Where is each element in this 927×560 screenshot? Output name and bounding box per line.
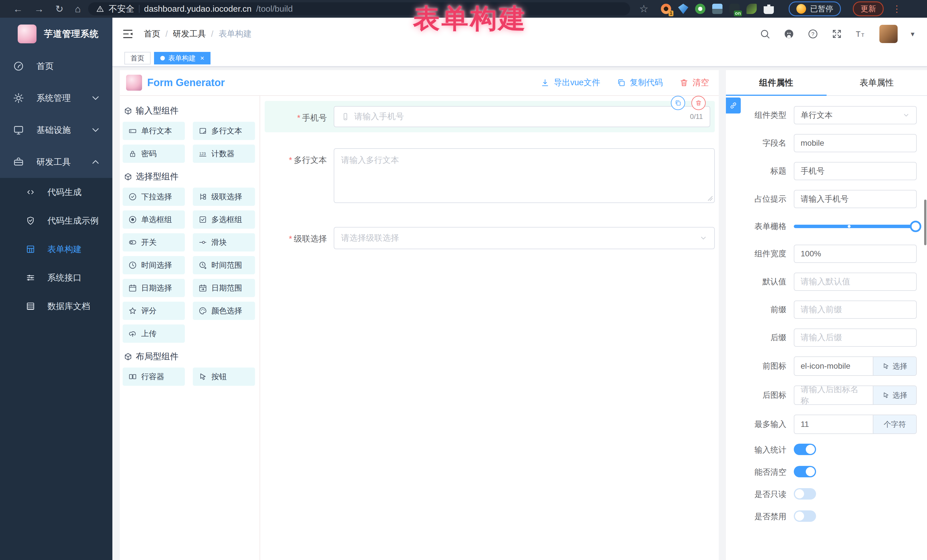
menu-icon xyxy=(13,124,24,135)
property-row: 后图标 请输入后图标名称 选择 xyxy=(726,385,917,405)
append-button[interactable]: 选择 xyxy=(873,386,916,404)
palette-component[interactable]: 开关 xyxy=(123,233,185,252)
component-icon xyxy=(199,238,207,247)
palette-component[interactable]: 行容器 xyxy=(123,367,185,386)
sidebar-menu-item[interactable]: 系统管理 xyxy=(0,82,112,114)
property-input[interactable]: 手机号 xyxy=(794,162,917,180)
form-canvas: *手机号 请输入手机号 0/11 *多行文本 xyxy=(260,96,719,560)
sidebar-menu-item[interactable]: 基础设施 xyxy=(0,114,112,146)
profile-paused-chip[interactable]: 已暂停 xyxy=(789,2,841,16)
extension-icon[interactable] xyxy=(695,4,705,14)
update-button[interactable]: 更新 xyxy=(853,2,884,16)
canvas-field-cascader[interactable]: *级联选择 请选择级联选择 xyxy=(265,227,715,249)
property-input[interactable]: 100% xyxy=(794,244,917,263)
forward-icon[interactable]: → xyxy=(34,4,44,14)
cascader-select[interactable]: 请选择级联选择 xyxy=(334,227,715,249)
property-input[interactable]: el-icon-mobile xyxy=(794,357,873,375)
extension-icon[interactable]: on xyxy=(729,4,740,14)
sidebar-menu-item[interactable]: 研发工具 xyxy=(0,146,112,178)
property-input[interactable]: 11 xyxy=(794,415,873,433)
palette-component[interactable]: 滑块 xyxy=(193,233,255,252)
canvas-field-textarea[interactable]: *多行文本 请输入多行文本 xyxy=(265,148,715,203)
duplicate-field-button[interactable] xyxy=(671,96,685,110)
scrollbar-thumb[interactable] xyxy=(924,200,926,245)
palette-component[interactable]: 下拉选择 xyxy=(123,188,185,206)
append-button[interactable]: 个字符 xyxy=(873,415,916,433)
home-icon[interactable]: ⌂ xyxy=(75,4,81,14)
append-button[interactable]: 选择 xyxy=(873,357,916,375)
palette-component[interactable]: 日期范围 xyxy=(193,279,255,297)
palette-component[interactable]: 密码 xyxy=(123,144,185,163)
json-drawer-button[interactable] xyxy=(726,97,741,114)
palette-component[interactable]: 颜色选择 xyxy=(193,302,255,320)
sidebar-submenu-item[interactable]: 数据库文档 xyxy=(0,292,112,320)
palette-component[interactable]: 多行文本 xyxy=(193,122,255,140)
search-icon[interactable] xyxy=(760,29,770,39)
tab-component-props[interactable]: 组件属性 xyxy=(726,70,827,95)
back-icon[interactable]: ← xyxy=(13,4,23,14)
palette-component[interactable]: 日期选择 xyxy=(123,279,185,297)
palette-component[interactable]: 单行文本 xyxy=(123,122,185,140)
slider-handle[interactable] xyxy=(910,221,921,232)
property-input[interactable]: 请输入前缀 xyxy=(794,300,917,319)
extension-icon[interactable]: 1 xyxy=(661,4,671,14)
palette-component[interactable]: 时间选择 xyxy=(123,256,185,274)
designer-action-button[interactable]: 清空 xyxy=(679,77,709,88)
mobile-input[interactable]: 请输入手机号 0/11 xyxy=(334,106,710,127)
bookmark-star-icon[interactable]: ☆ xyxy=(639,3,648,15)
extension-icon[interactable] xyxy=(746,4,757,14)
help-icon[interactable] xyxy=(807,29,818,39)
textarea-input[interactable]: 请输入多行文本 xyxy=(334,148,715,203)
property-input[interactable]: mobile xyxy=(794,134,917,152)
palette-component[interactable]: 时间范围 xyxy=(193,256,255,274)
sidebar-submenu-item[interactable]: 系统接口 xyxy=(0,264,112,292)
property-input[interactable]: 请输入默认值 xyxy=(794,273,917,291)
property-select[interactable]: 单行文本 xyxy=(794,106,917,124)
resize-handle[interactable] xyxy=(708,196,713,201)
delete-field-button[interactable] xyxy=(691,96,706,110)
github-icon[interactable] xyxy=(784,29,794,39)
palette-component[interactable]: 上传 xyxy=(123,325,185,343)
extension-icon[interactable] xyxy=(678,4,688,14)
font-size-icon[interactable] xyxy=(856,29,866,39)
property-input[interactable]: 请输入后图标名称 xyxy=(794,386,873,404)
palette-component[interactable]: 多选框组 xyxy=(193,211,255,229)
toggle-switch[interactable] xyxy=(794,488,816,499)
property-input[interactable]: 请输入手机号 xyxy=(794,190,917,208)
tag-home[interactable]: 首页 xyxy=(125,52,150,64)
sidebar-submenu-item[interactable]: 代码生成示例 xyxy=(0,206,112,235)
char-counter: 0/11 xyxy=(690,112,703,121)
sidebar-submenu-item[interactable]: 代码生成 xyxy=(0,178,112,206)
palette-component[interactable]: 评分 xyxy=(123,302,185,320)
toggle-switch[interactable] xyxy=(794,510,816,522)
designer-action-button[interactable]: 导出vue文件 xyxy=(541,77,600,88)
browser-menu-icon[interactable]: ⋮ xyxy=(892,3,902,14)
sidebar-collapse-icon[interactable] xyxy=(122,28,134,40)
close-tag-icon[interactable]: × xyxy=(200,54,204,62)
url-host: dashboard.yudao.iocoder.cn xyxy=(144,4,252,14)
toggle-switch[interactable] xyxy=(794,444,816,455)
app-logo-row[interactable]: 芋道管理系统 xyxy=(0,18,112,50)
reload-icon[interactable]: ↻ xyxy=(55,4,64,14)
address-bar[interactable]: 不安全 dashboard.yudao.iocoder.cn/tool/buil… xyxy=(88,2,630,15)
sidebar-submenu-item[interactable]: 表单构建 xyxy=(0,235,112,264)
palette-component[interactable]: 单选框组 xyxy=(123,211,185,229)
toggle-switch[interactable] xyxy=(794,466,816,477)
sidebar-menu-item[interactable]: 首页 xyxy=(0,50,112,82)
extension-icon[interactable] xyxy=(712,4,722,14)
property-input[interactable]: 请输入后缀 xyxy=(794,328,917,347)
designer-action-button[interactable]: 复制代码 xyxy=(617,77,663,88)
extension-icon[interactable] xyxy=(764,4,774,14)
active-tab-underline xyxy=(726,95,827,96)
fullscreen-icon[interactable] xyxy=(831,29,842,39)
palette-component[interactable]: 按钮 xyxy=(193,367,255,386)
palette-component[interactable]: 级联选择 xyxy=(193,188,255,206)
palette-component[interactable]: 计数器 xyxy=(193,144,255,163)
tag-form-build[interactable]: 表单构建 × xyxy=(154,52,211,64)
tab-form-props[interactable]: 表单属性 xyxy=(827,70,927,95)
user-avatar[interactable] xyxy=(879,25,898,43)
breadcrumb-home[interactable]: 首页 xyxy=(144,28,160,39)
canvas-field-mobile[interactable]: *手机号 请输入手机号 0/11 xyxy=(265,101,715,132)
form-grid-slider[interactable] xyxy=(794,225,917,228)
avatar-caret-icon[interactable]: ▾ xyxy=(911,30,915,38)
